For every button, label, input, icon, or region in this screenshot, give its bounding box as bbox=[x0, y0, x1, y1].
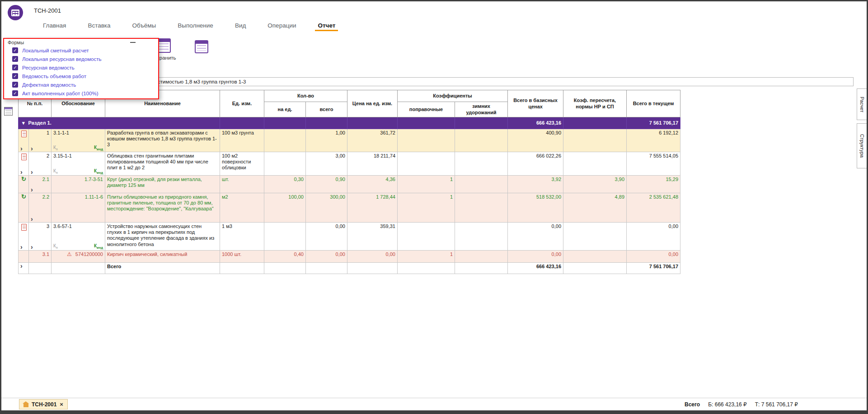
cell[interactable] bbox=[398, 117, 455, 129]
cell[interactable] bbox=[306, 263, 347, 274]
expand-icon[interactable]: › bbox=[31, 245, 33, 249]
row-basis-total[interactable]: 400,90 bbox=[508, 129, 563, 152]
row-code-cell[interactable]: ⚠ 5741200000 bbox=[52, 251, 105, 263]
tab-vid[interactable]: Вид bbox=[232, 20, 249, 31]
col-header-current-total[interactable]: Всего в текущем bbox=[627, 90, 680, 117]
col-header-coeff-winter[interactable]: зимних удорожаний bbox=[455, 102, 508, 117]
row-qty-total[interactable]: 300,00 bbox=[306, 193, 347, 223]
form-option-local-resource-sheet[interactable]: ✓ Локальная ресурсная ведомость bbox=[4, 55, 158, 63]
forms-dropdown-header[interactable]: Формы bbox=[4, 39, 158, 46]
tab-vstavka[interactable]: Вставка bbox=[85, 20, 113, 31]
row-unit[interactable]: м2 bbox=[220, 193, 264, 223]
checkbox-checked[interactable]: ✓ bbox=[12, 47, 18, 53]
expand-icon[interactable]: › bbox=[31, 217, 33, 221]
row-unit[interactable]: шт. bbox=[220, 176, 264, 193]
collapse-section-icon[interactable]: ▾ bbox=[22, 120, 25, 126]
row-name[interactable]: Круг (диск) отрезной, для резки металла,… bbox=[105, 176, 220, 193]
row-current-total[interactable]: 6 192,12 bbox=[627, 129, 680, 152]
row-current-total[interactable]: 0,00 bbox=[627, 251, 680, 263]
row-coeff-winter[interactable] bbox=[455, 176, 508, 193]
expand-icon[interactable]: › bbox=[20, 170, 23, 174]
row-qty-per[interactable]: 100,00 bbox=[264, 193, 306, 223]
row-basis-total[interactable]: 0,00 bbox=[508, 223, 563, 251]
row-price[interactable]: 0,00 bbox=[347, 251, 398, 263]
col-header-qty-total[interactable]: всего bbox=[306, 102, 347, 117]
tab-glavnaya[interactable]: Главная bbox=[40, 20, 69, 31]
cell[interactable] bbox=[455, 117, 508, 129]
row-icon-cell[interactable]: › bbox=[19, 263, 29, 274]
expand-icon[interactable]: › bbox=[20, 146, 23, 151]
cell[interactable] bbox=[563, 117, 627, 129]
row-coeff-corr[interactable]: 1 bbox=[398, 176, 455, 193]
row-current-total[interactable]: 2 535 621,48 bbox=[627, 193, 680, 223]
col-header-coeff-group[interactable]: Коэффициенты bbox=[398, 90, 508, 102]
row-current-total[interactable]: 0,00 bbox=[627, 223, 680, 251]
row-coeff-corr[interactable]: 1 bbox=[398, 193, 455, 223]
col-header-recalc[interactable]: Коэф. пересчета, нормы НР и СП bbox=[563, 90, 627, 117]
expand-icon[interactable]: › bbox=[31, 146, 33, 151]
col-header-price[interactable]: Цена на ед. изм. bbox=[347, 90, 398, 117]
cell[interactable] bbox=[563, 263, 627, 274]
row-icon-cell[interactable]: › bbox=[19, 129, 29, 152]
row-basis-total[interactable]: 518 532,00 bbox=[508, 193, 563, 223]
col-header-unit[interactable]: Ед. изм. bbox=[220, 90, 264, 117]
row-qty-per[interactable] bbox=[264, 223, 306, 251]
row-unit[interactable]: 1000 шт. bbox=[220, 251, 264, 263]
checkbox-checked[interactable]: ✓ bbox=[12, 56, 18, 62]
row-name[interactable]: Облицовка стен гранитными плитами полиро… bbox=[105, 152, 220, 176]
row-recalc[interactable] bbox=[563, 251, 627, 263]
row-unit[interactable]: 100 м3 грунта bbox=[220, 129, 264, 152]
expand-icon[interactable]: › bbox=[31, 170, 33, 174]
row-name[interactable]: Плиты облицовочные из природного камня, … bbox=[105, 193, 220, 223]
form-option-volumes-sheet[interactable]: ✓ Ведомость объемов работ bbox=[4, 72, 158, 80]
row-price[interactable]: 18 211,74 bbox=[347, 152, 398, 176]
tab-otchet[interactable]: Отчет bbox=[315, 20, 338, 31]
side-tab-struktura[interactable]: Структура bbox=[857, 123, 867, 168]
checkbox-checked[interactable]: ✓ bbox=[12, 90, 18, 96]
form-option-resource-sheet[interactable]: ✓ Ресурсная ведомость bbox=[4, 63, 158, 72]
row-coeff-corr[interactable] bbox=[398, 223, 455, 251]
row-coeff-winter[interactable] bbox=[455, 193, 508, 223]
checkbox-checked[interactable]: ✓ bbox=[12, 73, 18, 79]
row-name[interactable]: Устройство наружных самонесущих стен глу… bbox=[105, 223, 220, 251]
row-price[interactable]: 1 728,44 bbox=[347, 193, 398, 223]
row-coeff-corr[interactable] bbox=[398, 152, 455, 176]
row-icon-cell[interactable] bbox=[19, 251, 29, 263]
row-qty-per[interactable]: 0,30 bbox=[264, 176, 306, 193]
row-recalc[interactable] bbox=[563, 223, 627, 251]
row-name[interactable]: Кирпич керамический, силикатный bbox=[105, 251, 220, 263]
col-header-basis-total[interactable]: Всего в базисных ценах bbox=[508, 90, 563, 117]
row-coeff-winter[interactable] bbox=[455, 152, 508, 176]
row-recalc[interactable]: 4,89 bbox=[563, 193, 627, 223]
row-num-cell[interactable]: 2.1 › bbox=[29, 176, 52, 193]
row-name[interactable]: Разработка грунта в отвал экскаваторами … bbox=[105, 129, 220, 152]
side-tab-raschet[interactable]: Расчет bbox=[857, 88, 867, 120]
row-icon-cell[interactable]: ↻ bbox=[19, 176, 29, 193]
tab-obyomy[interactable]: Объёмы bbox=[130, 20, 159, 31]
row-qty-total[interactable]: 3,00 bbox=[306, 152, 347, 176]
cell[interactable] bbox=[455, 263, 508, 274]
cell[interactable] bbox=[264, 117, 306, 129]
row-number[interactable]: 3.1 bbox=[29, 251, 52, 263]
row-code[interactable]: 1.7-3-51 bbox=[52, 176, 105, 193]
row-recalc[interactable] bbox=[563, 152, 627, 176]
checkbox-checked[interactable]: ✓ bbox=[12, 82, 18, 88]
expand-icon[interactable]: › bbox=[31, 187, 33, 192]
document-tab[interactable]: ТСН-2001 × bbox=[19, 399, 68, 409]
checkbox-checked[interactable]: ✓ bbox=[12, 65, 18, 70]
row-code-cell[interactable]: 3.6-57-1 Кп Кинд bbox=[52, 223, 105, 251]
row-coeff-winter[interactable] bbox=[455, 129, 508, 152]
row-num-cell[interactable]: 2.2 › bbox=[29, 193, 52, 223]
row-basis-total[interactable]: 3,92 bbox=[508, 176, 563, 193]
form-option-local-estimate[interactable]: ✓ Локальный сметный расчет bbox=[4, 46, 158, 55]
row-coeff-winter[interactable] bbox=[455, 223, 508, 251]
row-current-total[interactable]: 7 555 514,05 bbox=[627, 152, 680, 176]
cell[interactable] bbox=[52, 263, 105, 274]
section-current-total[interactable]: 7 561 706,17 bbox=[627, 117, 680, 129]
expand-icon[interactable]: › bbox=[20, 245, 23, 249]
section-basis-total[interactable]: 666 423,16 bbox=[508, 117, 563, 129]
row-code-cell[interactable]: 3.15-1-1 Кп Кинд bbox=[52, 152, 105, 176]
cell[interactable] bbox=[29, 263, 52, 274]
tab-operacii[interactable]: Операции bbox=[265, 20, 299, 31]
row-basis-total[interactable]: 666 022,26 bbox=[508, 152, 563, 176]
